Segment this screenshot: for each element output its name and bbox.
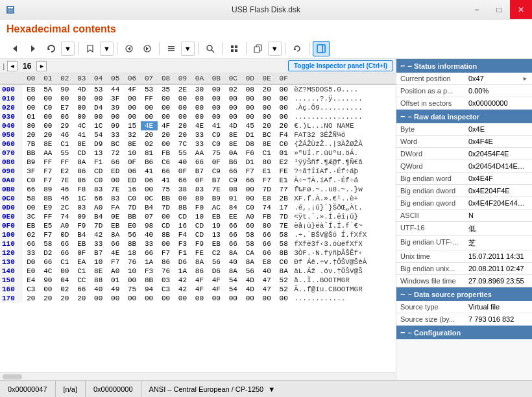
- hex-cell[interactable]: AC: [208, 203, 224, 212]
- hex-cell[interactable]: BB: [158, 194, 175, 203]
- hex-cell[interactable]: 98: [141, 221, 158, 230]
- hex-cell[interactable]: D6: [208, 267, 224, 276]
- hex-cell[interactable]: 41: [158, 176, 175, 185]
- hex-cell[interactable]: 00: [208, 112, 224, 121]
- hex-cell[interactable]: 66: [107, 158, 124, 167]
- hex-cell[interactable]: 2E: [174, 84, 191, 94]
- hex-cell[interactable]: 42: [174, 285, 191, 294]
- hex-cell[interactable]: 20: [174, 130, 191, 139]
- hex-cell[interactable]: 06: [141, 176, 158, 185]
- hex-cell[interactable]: FE: [275, 167, 292, 176]
- hex-cell[interactable]: CD: [90, 167, 107, 176]
- hex-cell[interactable]: 4D: [241, 276, 258, 285]
- hex-cell[interactable]: 40: [90, 285, 107, 294]
- hex-cell[interactable]: 02: [56, 285, 73, 294]
- hex-cell[interactable]: E8: [258, 194, 275, 203]
- page-prev-button[interactable]: ◄: [7, 61, 18, 71]
- hex-cell[interactable]: 94: [141, 285, 158, 294]
- hex-cell[interactable]: 00: [158, 103, 175, 112]
- hex-cell[interactable]: 54: [224, 276, 241, 285]
- hex-cell[interactable]: BB: [23, 149, 40, 158]
- hex-cell[interactable]: 01: [107, 276, 124, 285]
- hex-cell[interactable]: 00: [124, 276, 141, 285]
- hex-cell[interactable]: 4D: [241, 285, 258, 294]
- hex-cell[interactable]: 40: [141, 230, 158, 239]
- hex-cell[interactable]: 54: [90, 130, 107, 139]
- hex-cell[interactable]: 00: [158, 139, 175, 149]
- hex-cell[interactable]: 00: [241, 112, 258, 121]
- hex-cell[interactable]: 09: [73, 212, 90, 221]
- hex-cell[interactable]: 44: [107, 84, 124, 94]
- hex-cell[interactable]: 7D: [275, 212, 292, 221]
- hex-cell[interactable]: 00: [23, 103, 40, 112]
- hex-cell[interactable]: 00: [275, 294, 292, 303]
- hex-cell[interactable]: 20: [23, 130, 40, 139]
- hex-cell[interactable]: 84: [224, 203, 241, 212]
- hex-cell[interactable]: 52: [275, 285, 292, 294]
- hex-cell[interactable]: D6: [174, 258, 191, 267]
- hex-cell[interactable]: 1A: [174, 267, 191, 276]
- hex-cell[interactable]: 00: [174, 112, 191, 121]
- hex-cell[interactable]: B4: [73, 230, 90, 239]
- hex-cell[interactable]: 58: [275, 230, 292, 239]
- hex-cell[interactable]: 15: [124, 121, 141, 130]
- hex-cell[interactable]: 8A: [224, 248, 241, 258]
- hex-cell[interactable]: 20: [174, 121, 191, 130]
- hex-cell[interactable]: C3: [23, 285, 40, 294]
- hex-cell[interactable]: 00: [124, 112, 141, 121]
- hex-cell[interactable]: C2: [208, 248, 224, 258]
- hex-cell[interactable]: 66: [56, 248, 73, 258]
- hex-cell[interactable]: E7: [56, 103, 73, 112]
- hex-cell[interactable]: 1C: [73, 194, 90, 203]
- hex-cell[interactable]: 58: [23, 194, 40, 203]
- hex-cell[interactable]: 20: [258, 121, 275, 130]
- hex-cell[interactable]: 19: [208, 221, 224, 230]
- hex-cell[interactable]: 02: [23, 230, 40, 239]
- hex-cell[interactable]: 17: [275, 203, 292, 212]
- hex-cell[interactable]: C6: [158, 158, 175, 167]
- hex-cell[interactable]: 7E: [56, 176, 73, 185]
- hex-cell[interactable]: 88: [90, 276, 107, 285]
- hex-cell[interactable]: 66: [73, 285, 90, 294]
- hex-cell[interactable]: 00: [275, 84, 292, 94]
- hex-cell[interactable]: 8E: [258, 139, 275, 149]
- hex-cell[interactable]: 56: [208, 258, 224, 267]
- hex-cell[interactable]: F4: [275, 130, 292, 139]
- hex-cell[interactable]: 10: [191, 212, 208, 221]
- hex-cell[interactable]: 00: [141, 112, 158, 121]
- hex-cell[interactable]: 66: [174, 176, 191, 185]
- hex-cell[interactable]: D1: [241, 130, 258, 139]
- hex-cell[interactable]: 00: [224, 294, 241, 303]
- hex-cell[interactable]: 20: [56, 294, 73, 303]
- hex-cell[interactable]: 00: [275, 94, 292, 103]
- list-button[interactable]: [163, 41, 180, 56]
- hex-cell[interactable]: 06: [124, 167, 141, 176]
- hex-cell[interactable]: 00: [208, 94, 224, 103]
- hex-cell[interactable]: 66: [224, 221, 241, 230]
- hex-cell[interactable]: 00: [258, 103, 275, 112]
- hex-cell[interactable]: 16: [124, 185, 141, 194]
- hex-cell[interactable]: 00: [40, 112, 56, 121]
- inspector-section-data-source-properties[interactable]: − Data source properties: [396, 287, 532, 301]
- hex-cell[interactable]: 4F: [208, 276, 224, 285]
- hex-cell[interactable]: 0F: [191, 176, 208, 185]
- hex-cell[interactable]: 00: [208, 103, 224, 112]
- hex-cell[interactable]: 4F: [158, 121, 175, 130]
- back-dropdown[interactable]: ▼: [61, 42, 75, 56]
- hex-cell[interactable]: E4: [23, 276, 40, 285]
- hex-cell[interactable]: A0: [241, 212, 258, 221]
- hex-cell[interactable]: 66: [56, 239, 73, 248]
- hex-cell[interactable]: 7E: [107, 185, 124, 194]
- hex-cell[interactable]: 02: [141, 139, 158, 149]
- hex-cell[interactable]: 7D: [124, 203, 141, 212]
- hex-cell[interactable]: 00: [224, 112, 241, 121]
- h-scroll-thumb[interactable]: [3, 374, 22, 379]
- hex-cell[interactable]: 7D: [90, 221, 107, 230]
- hex-cell[interactable]: 00: [107, 176, 124, 185]
- hex-cell[interactable]: 00: [241, 185, 258, 194]
- hex-cell[interactable]: 76: [124, 258, 141, 267]
- hex-cell[interactable]: 09: [107, 121, 124, 130]
- hex-cell[interactable]: 75: [124, 285, 141, 294]
- hex-cell[interactable]: 3C: [23, 212, 40, 221]
- hex-cell[interactable]: 83: [191, 185, 208, 194]
